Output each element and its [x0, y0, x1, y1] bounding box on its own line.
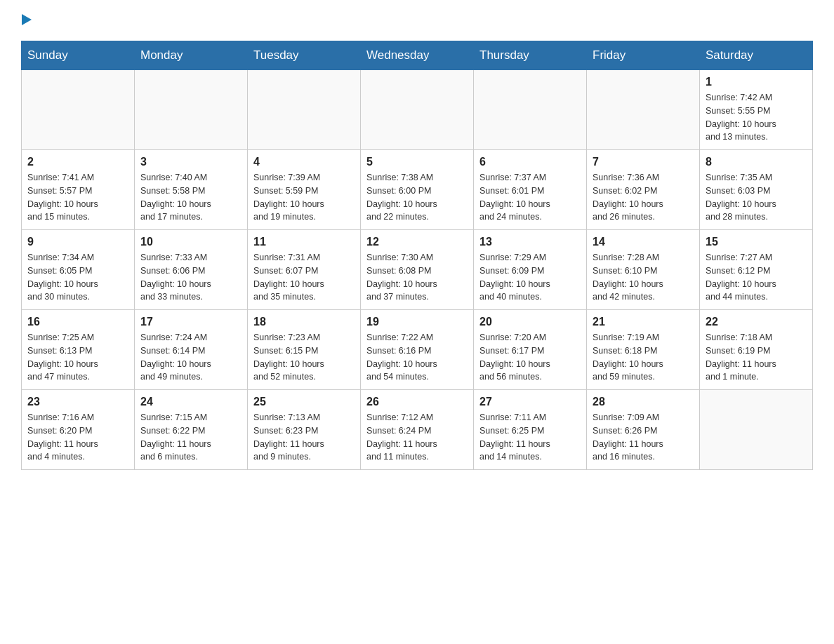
day-number: 20: [479, 316, 581, 328]
day-info: Sunrise: 7:38 AM Sunset: 6:00 PM Dayligh…: [366, 171, 468, 224]
day-info: Sunrise: 7:23 AM Sunset: 6:15 PM Dayligh…: [253, 331, 355, 384]
calendar-cell: [22, 70, 135, 150]
day-number: 19: [366, 316, 468, 328]
day-number: 21: [593, 316, 694, 328]
calendar-cell: 8Sunrise: 7:35 AM Sunset: 6:03 PM Daylig…: [700, 150, 813, 230]
day-number: 16: [27, 316, 128, 328]
calendar-cell: 12Sunrise: 7:30 AM Sunset: 6:08 PM Dayli…: [361, 230, 474, 310]
calendar-week-row: 9Sunrise: 7:34 AM Sunset: 6:05 PM Daylig…: [22, 230, 813, 310]
day-number: 28: [593, 396, 694, 408]
calendar-cell: 5Sunrise: 7:38 AM Sunset: 6:00 PM Daylig…: [361, 150, 474, 230]
calendar-cell: 19Sunrise: 7:22 AM Sunset: 6:16 PM Dayli…: [361, 310, 474, 390]
day-number: 9: [27, 236, 128, 248]
day-info: Sunrise: 7:24 AM Sunset: 6:14 PM Dayligh…: [140, 331, 241, 384]
calendar-cell: 25Sunrise: 7:13 AM Sunset: 6:23 PM Dayli…: [248, 390, 361, 470]
day-number: 6: [479, 156, 581, 168]
calendar-cell: 6Sunrise: 7:37 AM Sunset: 6:01 PM Daylig…: [474, 150, 587, 230]
day-number: 27: [479, 396, 581, 408]
day-info: Sunrise: 7:33 AM Sunset: 6:06 PM Dayligh…: [140, 251, 241, 304]
day-number: 17: [140, 316, 241, 328]
day-number: 22: [706, 316, 807, 328]
calendar-week-row: 1Sunrise: 7:42 AM Sunset: 5:55 PM Daylig…: [22, 70, 813, 150]
day-info: Sunrise: 7:31 AM Sunset: 6:07 PM Dayligh…: [253, 251, 355, 304]
day-number: 5: [366, 156, 468, 168]
day-info: Sunrise: 7:20 AM Sunset: 6:17 PM Dayligh…: [479, 331, 581, 384]
calendar-cell: 9Sunrise: 7:34 AM Sunset: 6:05 PM Daylig…: [22, 230, 135, 310]
day-number: 3: [140, 156, 241, 168]
day-info: Sunrise: 7:28 AM Sunset: 6:10 PM Dayligh…: [593, 251, 694, 304]
page-header: [21, 14, 813, 28]
calendar-cell: [474, 70, 587, 150]
day-info: Sunrise: 7:34 AM Sunset: 6:05 PM Dayligh…: [27, 251, 128, 304]
calendar-cell: 14Sunrise: 7:28 AM Sunset: 6:10 PM Dayli…: [587, 230, 700, 310]
calendar-cell: 17Sunrise: 7:24 AM Sunset: 6:14 PM Dayli…: [135, 310, 248, 390]
day-info: Sunrise: 7:18 AM Sunset: 6:19 PM Dayligh…: [706, 331, 807, 384]
calendar-cell: [361, 70, 474, 150]
calendar-cell: 16Sunrise: 7:25 AM Sunset: 6:13 PM Dayli…: [22, 310, 135, 390]
day-info: Sunrise: 7:12 AM Sunset: 6:24 PM Dayligh…: [366, 411, 468, 464]
weekday-header-sunday: Sunday: [22, 41, 135, 70]
calendar-cell: 28Sunrise: 7:09 AM Sunset: 6:26 PM Dayli…: [587, 390, 700, 470]
calendar-cell: 20Sunrise: 7:20 AM Sunset: 6:17 PM Dayli…: [474, 310, 587, 390]
day-info: Sunrise: 7:25 AM Sunset: 6:13 PM Dayligh…: [27, 331, 128, 384]
day-info: Sunrise: 7:19 AM Sunset: 6:18 PM Dayligh…: [593, 331, 694, 384]
calendar-table: SundayMondayTuesdayWednesdayThursdayFrid…: [21, 41, 813, 470]
weekday-header-tuesday: Tuesday: [248, 41, 361, 70]
calendar-cell: 1Sunrise: 7:42 AM Sunset: 5:55 PM Daylig…: [700, 70, 813, 150]
calendar-cell: 3Sunrise: 7:40 AM Sunset: 5:58 PM Daylig…: [135, 150, 248, 230]
day-info: Sunrise: 7:15 AM Sunset: 6:22 PM Dayligh…: [140, 411, 241, 464]
calendar-cell: 7Sunrise: 7:36 AM Sunset: 6:02 PM Daylig…: [587, 150, 700, 230]
day-number: 24: [140, 396, 241, 408]
calendar-cell: 21Sunrise: 7:19 AM Sunset: 6:18 PM Dayli…: [587, 310, 700, 390]
calendar-cell: [587, 70, 700, 150]
day-number: 10: [140, 236, 241, 248]
day-number: 18: [253, 316, 355, 328]
day-info: Sunrise: 7:42 AM Sunset: 5:55 PM Dayligh…: [706, 91, 807, 144]
day-info: Sunrise: 7:36 AM Sunset: 6:02 PM Dayligh…: [593, 171, 694, 224]
day-number: 26: [366, 396, 468, 408]
day-number: 13: [479, 236, 581, 248]
day-info: Sunrise: 7:40 AM Sunset: 5:58 PM Dayligh…: [140, 171, 241, 224]
day-number: 8: [706, 156, 807, 168]
calendar-cell: 15Sunrise: 7:27 AM Sunset: 6:12 PM Dayli…: [700, 230, 813, 310]
calendar-cell: 18Sunrise: 7:23 AM Sunset: 6:15 PM Dayli…: [248, 310, 361, 390]
calendar-cell: 10Sunrise: 7:33 AM Sunset: 6:06 PM Dayli…: [135, 230, 248, 310]
day-info: Sunrise: 7:09 AM Sunset: 6:26 PM Dayligh…: [593, 411, 694, 464]
day-number: 12: [366, 236, 468, 248]
logo-triangle-icon: [22, 14, 32, 25]
day-info: Sunrise: 7:27 AM Sunset: 6:12 PM Dayligh…: [706, 251, 807, 304]
calendar-cell: 26Sunrise: 7:12 AM Sunset: 6:24 PM Dayli…: [361, 390, 474, 470]
day-info: Sunrise: 7:39 AM Sunset: 5:59 PM Dayligh…: [253, 171, 355, 224]
day-number: 4: [253, 156, 355, 168]
calendar-cell: 13Sunrise: 7:29 AM Sunset: 6:09 PM Dayli…: [474, 230, 587, 310]
logo: [21, 14, 32, 28]
calendar-week-row: 2Sunrise: 7:41 AM Sunset: 5:57 PM Daylig…: [22, 150, 813, 230]
calendar-cell: [700, 390, 813, 470]
day-info: Sunrise: 7:29 AM Sunset: 6:09 PM Dayligh…: [479, 251, 581, 304]
calendar-week-row: 23Sunrise: 7:16 AM Sunset: 6:20 PM Dayli…: [22, 390, 813, 470]
day-number: 23: [27, 396, 128, 408]
calendar-cell: 23Sunrise: 7:16 AM Sunset: 6:20 PM Dayli…: [22, 390, 135, 470]
weekday-header-wednesday: Wednesday: [361, 41, 474, 70]
weekday-header-saturday: Saturday: [700, 41, 813, 70]
day-number: 25: [253, 396, 355, 408]
calendar-cell: 27Sunrise: 7:11 AM Sunset: 6:25 PM Dayli…: [474, 390, 587, 470]
calendar-cell: 4Sunrise: 7:39 AM Sunset: 5:59 PM Daylig…: [248, 150, 361, 230]
day-info: Sunrise: 7:37 AM Sunset: 6:01 PM Dayligh…: [479, 171, 581, 224]
day-number: 2: [27, 156, 128, 168]
calendar-cell: 24Sunrise: 7:15 AM Sunset: 6:22 PM Dayli…: [135, 390, 248, 470]
day-number: 7: [593, 156, 694, 168]
calendar-cell: 11Sunrise: 7:31 AM Sunset: 6:07 PM Dayli…: [248, 230, 361, 310]
day-number: 15: [706, 236, 807, 248]
calendar-cell: 2Sunrise: 7:41 AM Sunset: 5:57 PM Daylig…: [22, 150, 135, 230]
calendar-cell: [135, 70, 248, 150]
day-info: Sunrise: 7:35 AM Sunset: 6:03 PM Dayligh…: [706, 171, 807, 224]
day-info: Sunrise: 7:30 AM Sunset: 6:08 PM Dayligh…: [366, 251, 468, 304]
day-info: Sunrise: 7:41 AM Sunset: 5:57 PM Dayligh…: [27, 171, 128, 224]
calendar-cell: 22Sunrise: 7:18 AM Sunset: 6:19 PM Dayli…: [700, 310, 813, 390]
weekday-header-row: SundayMondayTuesdayWednesdayThursdayFrid…: [22, 41, 813, 70]
weekday-header-friday: Friday: [587, 41, 700, 70]
weekday-header-monday: Monday: [135, 41, 248, 70]
day-info: Sunrise: 7:16 AM Sunset: 6:20 PM Dayligh…: [27, 411, 128, 464]
day-number: 1: [706, 76, 807, 88]
